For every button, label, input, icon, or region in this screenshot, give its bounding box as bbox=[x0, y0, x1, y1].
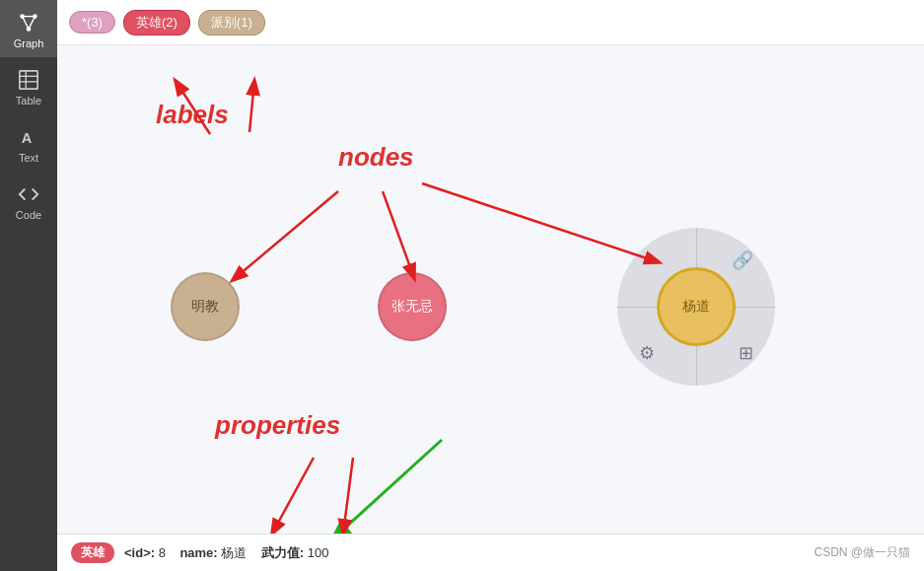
main-panel: *(3) 英雄(2) 派别(1) labels nodes properties… bbox=[57, 0, 924, 571]
id-value: 8 bbox=[159, 545, 166, 560]
share-icon[interactable]: 🔗 bbox=[732, 250, 753, 271]
svg-line-17 bbox=[272, 458, 314, 534]
nodes-annotation: nodes bbox=[338, 142, 414, 173]
sidebar-text-label: Text bbox=[19, 152, 38, 164]
status-badge: 英雄 bbox=[71, 542, 114, 563]
svg-line-14 bbox=[383, 191, 414, 278]
name-label: name: bbox=[179, 545, 217, 560]
sidebar: Graph Table A Text Code bbox=[0, 0, 57, 571]
expand-icon[interactable]: ⊞ bbox=[739, 342, 753, 364]
network-icon[interactable]: ⚙ bbox=[639, 342, 655, 364]
code-icon bbox=[18, 183, 39, 205]
sidebar-item-graph[interactable]: Graph bbox=[0, 0, 57, 57]
statusbar: 英雄 <id>: 8 name: 杨道 武力值: 100 CSDN @做一只猫 bbox=[57, 534, 924, 571]
topbar: *(3) 英雄(2) 派别(1) bbox=[57, 0, 924, 45]
tag-faction[interactable]: 派别(1) bbox=[198, 10, 265, 36]
table-icon bbox=[18, 69, 39, 91]
sidebar-table-label: Table bbox=[16, 95, 41, 107]
graph-area: labels nodes properties 明教 张无忌 🔗 ⚙ ⊞ 杨道 bbox=[57, 45, 924, 534]
svg-text:A: A bbox=[22, 130, 33, 146]
svg-line-15 bbox=[422, 183, 659, 262]
properties-annotation: properties bbox=[215, 410, 340, 441]
graph-icon bbox=[18, 12, 39, 34]
sidebar-item-table[interactable]: Table bbox=[0, 57, 57, 114]
watermark: CSDN @做一只猫 bbox=[814, 544, 910, 561]
tag-all[interactable]: *(3) bbox=[69, 11, 115, 34]
svg-line-12 bbox=[249, 81, 254, 132]
svg-line-11 bbox=[176, 81, 210, 134]
sidebar-item-code[interactable]: Code bbox=[0, 172, 57, 229]
svg-point-2 bbox=[27, 27, 32, 32]
name-value: 杨道 bbox=[221, 545, 247, 560]
svg-line-5 bbox=[29, 17, 35, 30]
svg-rect-6 bbox=[20, 71, 37, 89]
labels-annotation: labels bbox=[156, 100, 229, 130]
id-label: <id>: bbox=[124, 545, 155, 560]
sidebar-graph-label: Graph bbox=[14, 37, 44, 49]
text-icon: A bbox=[18, 126, 39, 148]
node-mingxiao[interactable]: 明教 bbox=[171, 272, 240, 341]
tag-hero[interactable]: 英雄(2) bbox=[123, 10, 190, 36]
sidebar-code-label: Code bbox=[16, 209, 41, 221]
status-id: <id>: 8 name: 杨道 武力值: 100 bbox=[124, 544, 328, 562]
context-ring[interactable]: 🔗 ⚙ ⊞ 杨道 bbox=[617, 228, 775, 386]
svg-line-13 bbox=[233, 191, 338, 280]
node-zhangwuji[interactable]: 张无忌 bbox=[378, 272, 447, 341]
power-label: 武力值: bbox=[261, 545, 304, 560]
sidebar-item-text[interactable]: A Text bbox=[0, 114, 57, 172]
svg-line-16 bbox=[333, 440, 442, 534]
power-value: 100 bbox=[308, 545, 329, 560]
svg-line-18 bbox=[343, 458, 353, 534]
svg-line-4 bbox=[23, 17, 29, 30]
node-yangdao[interactable]: 杨道 bbox=[657, 267, 736, 346]
